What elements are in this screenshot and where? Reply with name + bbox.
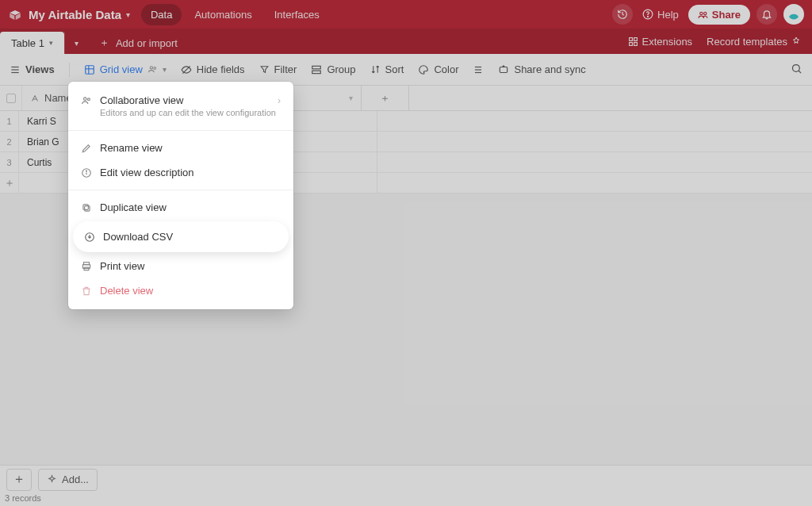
chevron-down-icon[interactable]: ▾	[126, 10, 130, 19]
table-tab-active[interactable]: Table 1 ▾	[0, 32, 64, 54]
download-icon	[84, 232, 95, 243]
add-field-button[interactable]: ＋	[362, 86, 409, 110]
group-label: Group	[327, 63, 355, 75]
plus-icon: ＋	[380, 91, 390, 105]
svg-point-14	[150, 67, 152, 69]
row-height-button[interactable]	[473, 64, 484, 75]
duplicate-icon	[81, 202, 92, 213]
duplicate-label: Duplicate view	[100, 201, 167, 213]
svg-rect-18	[312, 71, 321, 74]
nav-data[interactable]: Data	[141, 4, 182, 25]
chevron-down-icon: ▾	[349, 94, 353, 102]
user-avatar[interactable]	[783, 4, 804, 25]
row-number: 3	[0, 152, 19, 172]
svg-point-26	[87, 98, 90, 100]
people-icon	[147, 64, 158, 75]
share-sync-button[interactable]: Share and sync	[498, 63, 585, 75]
trash-icon	[81, 286, 92, 297]
collab-view-label: Collaborative view	[100, 94, 270, 106]
share-button[interactable]: Share	[688, 5, 750, 25]
record-templates-label: Record templates	[707, 36, 787, 48]
edit-desc-label: Edit view description	[100, 167, 194, 178]
extensions-button[interactable]: Extensions	[628, 36, 693, 48]
footer: ＋ Add... 3 records	[0, 465, 812, 506]
rename-label: Rename view	[100, 142, 163, 154]
share-label: Share	[712, 9, 741, 21]
help-label: Help	[657, 9, 679, 21]
share-sync-label: Share and sync	[514, 63, 585, 75]
separator	[68, 190, 293, 190]
views-button[interactable]: Views	[10, 63, 55, 75]
notifications-icon[interactable]	[756, 4, 777, 25]
svg-rect-30	[85, 205, 90, 210]
separator	[68, 130, 293, 131]
chevron-down-icon: ▾	[163, 65, 167, 74]
menu-item-collaborative-view[interactable]: Collaborative view ›	[68, 88, 293, 108]
print-icon	[81, 261, 92, 272]
svg-rect-22	[500, 67, 508, 72]
svg-rect-11	[85, 65, 94, 74]
pencil-icon	[81, 143, 92, 154]
svg-rect-5	[634, 37, 637, 40]
hide-fields-button[interactable]: Hide fields	[181, 63, 245, 75]
svg-line-24	[799, 71, 801, 73]
menu-item-delete-view[interactable]: Delete view	[68, 278, 293, 303]
chevron-down-icon: ▾	[49, 39, 53, 47]
hide-fields-label: Hide fields	[197, 63, 245, 75]
plus-icon[interactable]: ＋	[0, 173, 19, 193]
select-all-checkbox[interactable]	[0, 86, 22, 110]
add-row-button[interactable]: ＋	[6, 469, 32, 491]
separator	[69, 63, 70, 77]
record-count: 3 records	[0, 493, 812, 506]
nav-interfaces[interactable]: Interfaces	[265, 4, 329, 25]
add-view-label: Add...	[62, 473, 89, 485]
svg-point-1	[648, 16, 649, 17]
base-name[interactable]: My Airtable Data	[29, 8, 121, 21]
search-button[interactable]	[791, 63, 802, 77]
add-or-import-button[interactable]: ＋ Add or import	[88, 32, 189, 54]
grid-view-button[interactable]: Grid view ▾	[84, 63, 167, 75]
menu-item-duplicate-view[interactable]: Duplicate view	[68, 195, 293, 220]
delete-label: Delete view	[100, 285, 153, 297]
views-label: Views	[25, 63, 55, 75]
sort-label: Sort	[385, 63, 404, 75]
add-import-label: Add or import	[116, 37, 178, 49]
help-button[interactable]: Help	[639, 9, 682, 21]
svg-point-3	[703, 12, 706, 14]
color-button[interactable]: Color	[418, 63, 458, 75]
print-label: Print view	[100, 260, 144, 272]
menu-item-edit-description[interactable]: Edit view description	[68, 160, 293, 185]
nav-automations[interactable]: Automations	[185, 4, 261, 25]
download-csv-label: Download CSV	[103, 231, 173, 243]
svg-point-29	[86, 171, 87, 171]
table-list-dropdown[interactable]: ▾	[64, 32, 88, 54]
svg-point-23	[793, 64, 800, 71]
grid-view-label: Grid view	[100, 63, 143, 75]
record-templates-button[interactable]: Record templates	[707, 36, 801, 48]
filter-button[interactable]: Filter	[259, 63, 297, 75]
airtable-logo-icon	[8, 8, 21, 21]
chevron-right-icon: ›	[278, 95, 281, 106]
svg-rect-7	[634, 42, 637, 45]
filter-label: Filter	[274, 63, 297, 75]
extensions-label: Extensions	[642, 36, 693, 48]
plus-icon: ＋	[99, 36, 109, 50]
top-bar: My Airtable Data ▾ Data Automations Inte…	[0, 0, 812, 29]
color-label: Color	[434, 63, 458, 75]
add-view-button[interactable]: Add...	[38, 469, 98, 491]
history-icon[interactable]	[612, 4, 633, 25]
view-toolbar: Views Grid view ▾ Hide fields Filter Gro…	[0, 54, 812, 86]
svg-rect-31	[83, 204, 88, 209]
svg-point-2	[700, 12, 703, 14]
svg-rect-4	[629, 37, 632, 40]
group-button[interactable]: Group	[311, 63, 355, 75]
text-type-icon	[30, 94, 40, 103]
menu-item-rename-view[interactable]: Rename view	[68, 136, 293, 160]
svg-rect-6	[629, 42, 632, 45]
sort-button[interactable]: Sort	[370, 63, 404, 75]
row-number: 2	[0, 132, 19, 151]
menu-item-print-view[interactable]: Print view	[68, 254, 293, 278]
menu-item-download-csv[interactable]: Download CSV	[75, 223, 287, 251]
view-options-menu: Collaborative view › Editors and up can …	[68, 82, 293, 309]
collab-view-subtitle: Editors and up can edit the view configu…	[68, 108, 293, 125]
